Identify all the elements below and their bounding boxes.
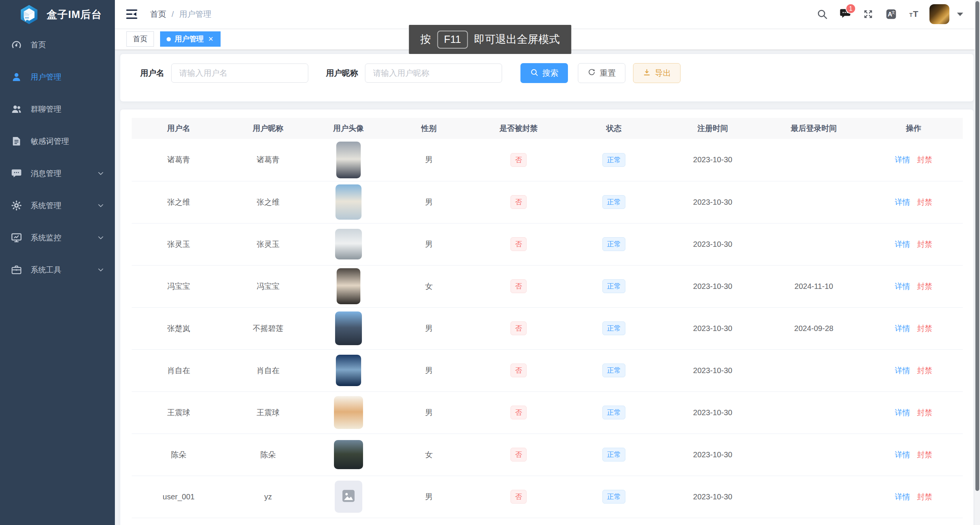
detail-link[interactable]: 详情 <box>895 450 910 459</box>
username-input[interactable] <box>171 64 308 83</box>
ban-link[interactable]: 封禁 <box>917 282 933 290</box>
nickname-input[interactable] <box>365 64 502 83</box>
active-tag-dot <box>167 37 171 41</box>
cell-username: 张之维 <box>132 181 226 223</box>
font-size-icon[interactable]: TT <box>906 5 922 23</box>
page-scrollbar-track <box>975 0 980 525</box>
banned-tag: 否 <box>510 364 527 377</box>
cell-banned: 否 <box>471 476 566 518</box>
ban-link[interactable]: 封禁 <box>917 408 933 417</box>
ban-link[interactable]: 封禁 <box>917 450 933 459</box>
cell-register-time: 2023-10-30 <box>662 391 763 434</box>
detail-link[interactable]: 详情 <box>895 282 910 290</box>
user-avatar <box>335 184 362 220</box>
search-button[interactable]: 搜索 <box>520 63 568 83</box>
message-icon[interactable]: 1 <box>838 5 853 23</box>
navbar: 首页 / 用户管理 1 A文 TT <box>115 0 980 29</box>
status-badge: 正常 <box>602 195 625 209</box>
ban-link[interactable]: 封禁 <box>917 366 933 375</box>
banned-tag: 否 <box>510 321 527 335</box>
detail-link[interactable]: 详情 <box>895 198 910 206</box>
cell-actions: 详情封禁 <box>864 476 963 518</box>
detail-link[interactable]: 详情 <box>895 492 910 501</box>
tab-home[interactable]: 首页 <box>126 31 154 47</box>
reset-button-label: 重置 <box>600 68 616 78</box>
column-header-last-login: 最后登录时间 <box>763 118 864 139</box>
sidebar-item-message-mgmt[interactable]: 消息管理 <box>0 157 115 189</box>
user-avatar <box>334 440 363 469</box>
main-area: 首页 / 用户管理 1 A文 TT 首页用户管理× <box>115 0 980 525</box>
reset-button[interactable]: 重置 <box>578 63 625 83</box>
cell-banned: 否 <box>471 139 566 181</box>
column-header-avatar: 用户头像 <box>311 118 386 139</box>
page-scrollbar-thumb[interactable] <box>975 1 979 491</box>
detail-link[interactable]: 详情 <box>895 324 910 333</box>
sidebar-item-system-tools[interactable]: 系统工具 <box>0 254 115 286</box>
breadcrumb-separator: / <box>172 10 174 19</box>
ban-link[interactable]: 封禁 <box>917 155 933 164</box>
sidebar-item-user-mgmt[interactable]: 用户管理 <box>0 61 115 93</box>
ban-link[interactable]: 封禁 <box>917 492 933 501</box>
cell-actions: 详情封禁 <box>864 265 963 307</box>
sidebar-item-system-monitor[interactable]: 系统监控 <box>0 222 115 254</box>
sidebar-item-home[interactable]: 首页 <box>0 29 115 61</box>
sidebar-item-label: 用户管理 <box>31 72 61 82</box>
cell-username: 陈朵 <box>132 434 226 476</box>
user-table: 用户名用户昵称用户头像性别是否被封禁状态注册时间最后登录时间操作 诸葛青诸葛青男… <box>132 118 963 518</box>
cell-actions: 详情封禁 <box>864 434 963 476</box>
cell-avatar <box>311 139 386 181</box>
detail-link[interactable]: 详情 <box>895 408 910 417</box>
cell-avatar <box>311 434 386 476</box>
cell-nickname: 张灵玉 <box>226 223 311 265</box>
cell-register-time: 2023-10-30 <box>662 476 763 518</box>
table-row: 肖自在肖自在男否正常2023-10-30详情封禁 <box>132 349 963 391</box>
user-avatar-button[interactable] <box>929 4 949 24</box>
sidebar-item-system-mgmt[interactable]: 系统管理 <box>0 189 115 222</box>
cell-nickname: 诸葛青 <box>226 139 311 181</box>
breadcrumb-home[interactable]: 首页 <box>150 9 166 20</box>
cell-status: 正常 <box>566 181 662 223</box>
table-row: 王震球王震球男否正常2023-10-30详情封禁 <box>132 391 963 434</box>
search-button-label: 搜索 <box>542 68 558 78</box>
export-button-label: 导出 <box>655 68 671 78</box>
user-avatar <box>335 481 362 513</box>
cell-banned: 否 <box>471 434 566 476</box>
caret-down-icon[interactable] <box>957 13 963 16</box>
table-row: 张之维张之维男否正常2023-10-30详情封禁 <box>132 181 963 223</box>
sidebar-item-group-mgmt[interactable]: 群聊管理 <box>0 93 115 125</box>
status-badge: 正常 <box>602 406 625 419</box>
sidebar-collapse-button[interactable] <box>125 7 139 21</box>
ban-link[interactable]: 封禁 <box>917 324 933 333</box>
detail-link[interactable]: 详情 <box>895 240 910 248</box>
close-icon[interactable]: × <box>208 35 214 43</box>
cell-gender: 男 <box>386 307 471 349</box>
user-avatar <box>334 396 363 429</box>
detail-link[interactable]: 详情 <box>895 366 910 375</box>
banned-tag: 否 <box>510 153 527 167</box>
banned-tag: 否 <box>510 490 527 504</box>
detail-link[interactable]: 详情 <box>895 155 910 164</box>
app-logo[interactable]: 盒子IM后台 <box>0 0 115 29</box>
cell-gender: 女 <box>386 265 471 307</box>
tab-user-mgmt[interactable]: 用户管理× <box>160 31 221 47</box>
export-button[interactable]: 导出 <box>633 63 681 83</box>
cell-banned: 否 <box>471 265 566 307</box>
banned-tag: 否 <box>510 448 527 461</box>
sidebar-item-sensitive-words[interactable]: 敏感词管理 <box>0 125 115 157</box>
column-header-actions: 操作 <box>864 118 963 139</box>
search-form-card: 用户名 用户昵称 搜索 重置 导出 <box>120 54 974 102</box>
translate-icon[interactable]: A文 <box>883 5 899 23</box>
ban-link[interactable]: 封禁 <box>917 240 933 248</box>
user-avatar <box>335 311 362 345</box>
ban-link[interactable]: 封禁 <box>917 198 933 206</box>
svg-text:T: T <box>910 12 913 18</box>
table-row: 诸葛青诸葛青男否正常2023-10-30详情封禁 <box>132 139 963 181</box>
cell-avatar <box>311 265 386 307</box>
search-icon[interactable] <box>815 5 830 23</box>
cell-avatar <box>311 223 386 265</box>
fullscreen-icon[interactable] <box>861 5 876 23</box>
cell-register-time: 2023-10-30 <box>662 307 763 349</box>
tab-label: 用户管理 <box>175 34 204 44</box>
tab-label: 首页 <box>133 34 147 44</box>
cell-actions: 详情封禁 <box>864 223 963 265</box>
